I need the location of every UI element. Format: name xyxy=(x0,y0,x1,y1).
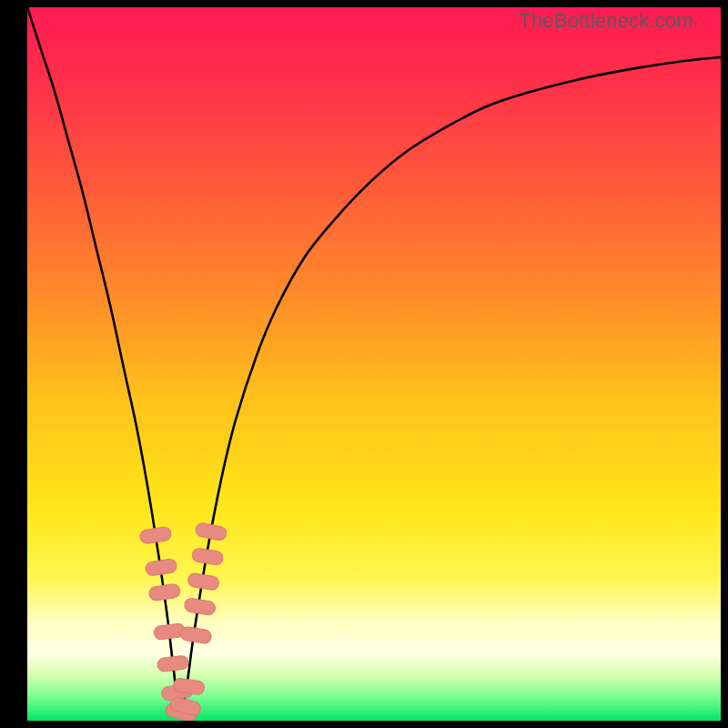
bottleneck-curve xyxy=(27,7,721,714)
marker-capsule xyxy=(157,655,189,672)
marker-capsule xyxy=(139,526,172,544)
chart-frame: TheBottleneck.com xyxy=(0,0,728,728)
watermark-text: TheBottleneck.com xyxy=(519,9,693,33)
marker-capsule xyxy=(187,572,220,591)
plot-area xyxy=(27,7,721,721)
marker-capsule xyxy=(191,548,224,566)
highlighted-points xyxy=(139,522,228,721)
marker-capsule xyxy=(145,559,177,577)
marker-capsule xyxy=(184,597,217,615)
marker-capsule xyxy=(148,583,181,602)
marker-capsule xyxy=(179,626,212,644)
marker-capsule xyxy=(195,522,228,541)
curve-layer xyxy=(27,7,721,721)
